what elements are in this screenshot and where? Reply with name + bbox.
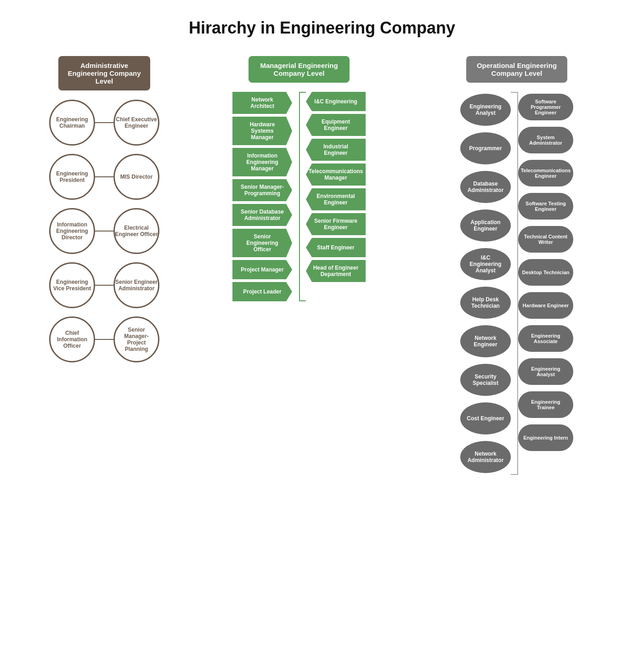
oval-telecom-engineer: Telecommunications Engineer — [518, 160, 573, 186]
oval-security-specialist: Security Specialist — [460, 364, 511, 396]
connector-line-5 — [95, 339, 113, 340]
managerial-bracket — [292, 92, 306, 301]
arrow-equipment-engineer: Equipment Engineer — [306, 114, 366, 136]
page-title: Hirarchy in Engineering Company — [0, 0, 644, 51]
circle-mis-director: MIS Director — [113, 154, 159, 200]
arrow-info-eng-mgr: Information Engineering Manager — [232, 148, 292, 176]
circle-senior-mgr-planning: Senior Manager-Project Planning — [113, 316, 159, 362]
arrow-project-leader: Project Leader — [232, 282, 292, 301]
oval-application-engineer: Application Engineer — [460, 209, 511, 242]
arrow-senior-eng-officer: Senior Engineering Officer — [232, 229, 292, 257]
arrow-head-eng-dept: Head of Engineer Department — [306, 260, 366, 282]
oval-ic-engineering-analyst: I&C Engineering Analyst — [460, 248, 511, 280]
managerial-section: Managerial Engineering Company Level Net… — [226, 56, 373, 301]
oval-engineering-trainee: Engineering Trainee — [518, 391, 573, 418]
oval-engineering-analyst-2: Engineering Analyst — [518, 358, 573, 385]
circle-eng-vp: Engineering Vice President — [49, 262, 95, 308]
admin-row-3: Information Engineering Director Electri… — [49, 208, 159, 254]
oval-engineering-intern: Engineering Intern — [518, 424, 573, 451]
circle-electrical-engineer: Electrical Engineer Officer — [113, 208, 159, 254]
arrow-senior-mgr-prog: Senior Manager-Programming — [232, 179, 292, 201]
main-container: Administrative Engineering Company Level… — [0, 51, 644, 480]
admin-section: Administrative Engineering Company Level… — [31, 56, 178, 362]
arrow-network-architect: Network Architect — [232, 92, 292, 114]
arrow-staff-engineer: Staff Engineer — [306, 238, 366, 257]
circle-cio: Chief Information Officer — [49, 316, 95, 362]
oval-programmer: Programmer — [460, 132, 511, 164]
operational-body: Engineering Analyst Programmer Database … — [460, 92, 573, 475]
connector-line-3 — [95, 231, 113, 231]
oval-hardware-engineer: Hardware Engineer — [518, 292, 573, 319]
oval-network-engineer: Network Engineer — [460, 325, 511, 357]
managerial-right-col: I&C Engineering Equipment Engineer Indus… — [306, 92, 366, 301]
arrow-hardware-systems: Hardware Systems Manager — [232, 117, 292, 145]
connector-line-2 — [95, 176, 113, 177]
oval-database-admin: Database Administrator — [460, 171, 511, 203]
managerial-left-col: Network Architect Hardware Systems Manag… — [232, 92, 292, 301]
admin-row-4: Engineering Vice President Senior Engine… — [49, 262, 159, 308]
oval-engineering-associate: Engineering Associate — [518, 325, 573, 352]
circle-info-eng-director: Information Engineering Director — [49, 208, 95, 254]
operational-left-col: Engineering Analyst Programmer Database … — [460, 92, 511, 475]
op-bracket-line — [511, 92, 518, 475]
oval-cost-engineer: Cost Engineer — [460, 402, 511, 435]
arrow-telecom-mgr: Telecommunications Manager — [306, 164, 366, 186]
operational-section: Operational Engineering Company Level En… — [420, 56, 613, 475]
arrow-environmental-eng: Environmental Engineer — [306, 188, 366, 210]
circle-engineering-chairman: Engineering Chairman — [49, 100, 95, 146]
arrow-industrial-engineer: Industrial Engineer — [306, 139, 366, 161]
arrow-project-mgr: Project Manager — [232, 260, 292, 279]
circle-engineering-president: Engineering President — [49, 154, 95, 200]
arrow-senior-firmware: Senior Firmware Engineer — [306, 213, 366, 235]
oval-software-testing: Software Testing Engineer — [518, 193, 573, 220]
managerial-header: Managerial Engineering Company Level — [249, 56, 350, 83]
admin-rows: Engineering Chairman Chief Executive Eng… — [49, 100, 159, 362]
oval-system-admin: System Administrator — [518, 127, 573, 153]
arrow-ic-engineering: I&C Engineering — [306, 92, 366, 111]
admin-header: Administrative Engineering Company Level — [58, 56, 150, 90]
oval-network-admin: Network Administrator — [460, 441, 511, 473]
connector-line-1 — [95, 122, 113, 123]
operational-header: Operational Engineering Company Level — [466, 56, 567, 83]
oval-engineering-analyst: Engineering Analyst — [460, 94, 511, 126]
admin-row-5: Chief Information Officer Senior Manager… — [49, 316, 159, 362]
circle-senior-engineer-admin: Senior Engineer Administrator — [113, 262, 159, 308]
oval-desktop-technician: Desktop Technician — [518, 259, 573, 286]
admin-row-2: Engineering President MIS Director — [49, 154, 159, 200]
managerial-body: Network Architect Hardware Systems Manag… — [232, 92, 366, 301]
arrow-senior-db-admin: Senior Database Administrator — [232, 204, 292, 226]
operational-right-col: Software Programmer Engineer System Admi… — [518, 92, 573, 475]
oval-help-desk: Help Desk Technician — [460, 287, 511, 319]
oval-tech-content-writer: Technical Content Writer — [518, 226, 573, 253]
connector-line-4 — [95, 285, 113, 286]
circle-chief-executive: Chief Executive Engineer — [113, 100, 159, 146]
admin-row-1: Engineering Chairman Chief Executive Eng… — [49, 100, 159, 146]
oval-software-programmer: Software Programmer Engineer — [518, 94, 573, 120]
